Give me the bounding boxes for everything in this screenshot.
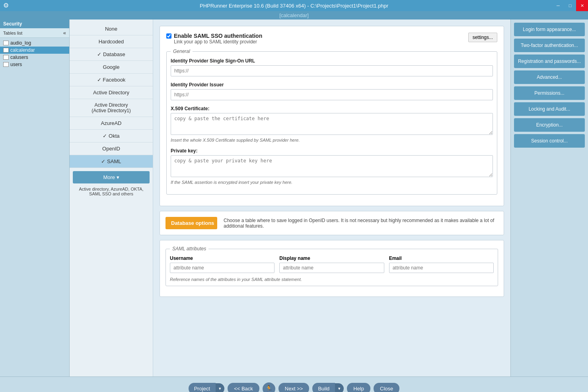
project-dropdown-arrow[interactable]: ▾ [216,383,224,392]
table-icon [3,41,9,45]
close-window-button[interactable]: ✕ [576,0,588,11]
idp-sso-url-group: Identity Provider Single Sign-On URL [171,58,493,76]
email-label: Email [389,255,494,261]
tables-list: audio_log calcalendar calusers users [0,38,69,376]
build-button[interactable]: Build [312,383,335,392]
general-label: General [171,49,193,54]
runner-icon[interactable]: 🏃 [263,382,275,392]
right-panel: Login form appearance... Two-factor auth… [510,20,588,376]
display-name-input[interactable] [279,263,384,273]
close-button[interactable]: Close [374,383,399,392]
settings-button[interactable]: settings... [468,33,497,42]
auth-openid[interactable]: OpenID [70,142,153,155]
idp-sso-url-label: Identity Provider Single Sign-On URL [171,58,493,64]
subheader: [calcalendar] [0,11,588,20]
auth-active-directory[interactable]: Active Directory [70,86,153,99]
table-item-calcalendar[interactable]: calcalendar [0,47,69,54]
attr-row: Username Display name Email [170,255,494,273]
advanced-button[interactable]: Advanced... [514,70,585,84]
maximize-button[interactable]: □ [564,0,576,11]
idp-sso-url-input[interactable] [171,65,493,76]
enable-saml-title: Enable SAML SSO authentication [174,33,262,39]
next-button[interactable]: Next >> [278,383,310,392]
x509-textarea[interactable] [171,113,493,135]
auth-facebook[interactable]: Facebook [70,74,153,86]
auth-none[interactable]: None [70,23,153,35]
private-key-hint: If the SAML assertion is encrypted inser… [171,180,493,185]
table-icon [3,48,9,53]
auth-hardcoded[interactable]: Hardcoded [70,35,153,48]
table-item-users[interactable]: users [0,61,69,68]
permissions-button[interactable]: Permissions... [514,86,585,100]
enable-saml-checkbox[interactable] [166,33,171,39]
x509-group: X.509 Certificate: Insert the whole X.50… [171,106,493,142]
sidebar: Security Tables list « audio_log calcale… [0,20,70,376]
auth-saml[interactable]: SAML [70,155,153,168]
app-icon: ⚙ [3,2,9,9]
auth-database[interactable]: Database [70,48,153,61]
main-layout: Security Tables list « audio_log calcale… [0,20,588,376]
email-col: Email [389,255,494,273]
display-name-label: Display name [279,255,384,261]
table-icon [3,62,9,67]
private-key-textarea[interactable] [171,155,493,177]
saml-attributes-card: SAML attributes Username Display name Em… [160,240,504,297]
idp-issuer-label: Identity Provider Issuer [171,82,493,88]
private-key-label: Private key: [171,148,493,154]
project-button-group: Project ▾ [189,383,224,392]
private-key-group: Private key: If the SAML assertion is en… [171,148,493,185]
display-name-col: Display name [279,255,384,273]
encryption-button[interactable]: Encryption... [514,118,585,132]
database-options-card: Database options Choose a table where to… [160,211,504,235]
table-item-calusers[interactable]: calusers [0,54,69,61]
build-dropdown-arrow[interactable]: ▾ [335,383,344,392]
help-button[interactable]: Help [347,383,370,392]
more-button[interactable]: More ▾ [73,171,150,183]
collapse-icon[interactable]: « [63,30,66,36]
table-icon [3,55,9,60]
two-factor-auth-button[interactable]: Two-factor authentication... [514,39,585,52]
auth-azuread[interactable]: AzureAD [70,117,153,130]
tables-list-label: Tables list [3,31,22,35]
build-button-group: Build ▾ [312,383,344,392]
saml-attrs-label: SAML attributes [170,246,208,252]
general-section: General Identity Provider Single Sign-On… [166,49,497,195]
database-options-description: Choose a table where to save logged in O… [224,218,498,229]
registration-passwords-button[interactable]: Registration and passwords... [514,55,585,68]
auth-methods-panel: None Hardcoded Database Google Facebook … [70,20,153,376]
title-text: PHPRunner Enterprise 10.6 (Build 37406 x… [200,3,388,9]
idp-issuer-input[interactable] [171,89,493,100]
table-item-audio-log[interactable]: audio_log [0,39,69,47]
idp-issuer-group: Identity Provider Issuer [171,82,493,100]
content-area: Enable SAML SSO authentication Link your… [153,20,510,376]
more-description: Active directory, AzureAD, OKTA, SAML SS… [70,185,153,198]
session-control-button[interactable]: Session control... [514,134,585,148]
auth-google[interactable]: Google [70,61,153,74]
username-label: Username [170,255,275,261]
bottom-bar: Project ▾ << Back 🏃 Next >> Build ▾ Help… [0,376,588,392]
project-button[interactable]: Project [189,383,216,392]
username-col: Username [170,255,275,273]
back-button[interactable]: << Back [228,383,259,392]
x509-label: X.509 Certificate: [171,106,493,111]
email-input[interactable] [389,263,494,273]
login-form-appearance-button[interactable]: Login form appearance... [514,23,585,36]
sidebar-header: Security [0,20,69,28]
username-input[interactable] [170,263,275,273]
saml-attrs-section: SAML attributes Username Display name Em… [165,246,498,286]
auth-okta[interactable]: Okta [70,130,153,142]
x509-hint: Insert the whole X.509 Certificate suppl… [171,138,493,142]
locking-audit-button[interactable]: Locking and Audit... [514,102,585,116]
auth-active-directory1[interactable]: Active Directory(Active Directory1) [70,99,153,117]
titlebar: ⚙ PHPRunner Enterprise 10.6 (Build 37406… [0,0,588,11]
enable-saml-subtitle: Link your app to SAML identity provider [174,39,262,45]
saml-enable-card: Enable SAML SSO authentication Link your… [160,26,504,206]
database-options-button[interactable]: Database options [165,217,217,229]
attrs-hint: Reference names of the attributes in you… [170,277,494,282]
minimize-button[interactable]: ─ [552,0,564,11]
